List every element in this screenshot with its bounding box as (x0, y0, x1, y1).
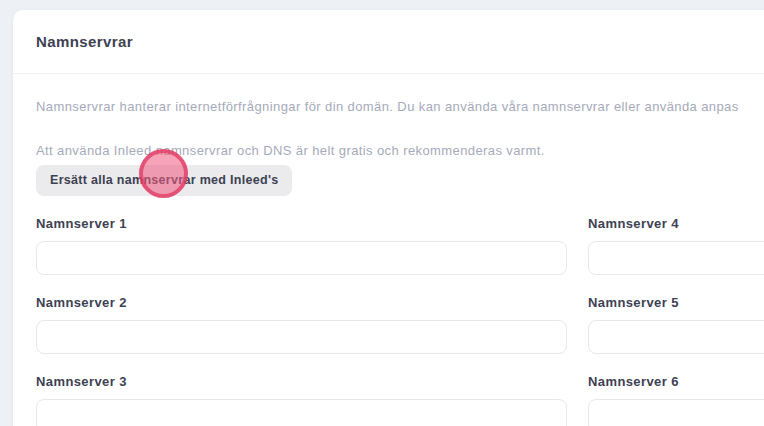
nameserver-1-label: Namnserver 1 (36, 215, 567, 232)
nameserver-5-input[interactable] (588, 320, 764, 354)
nameserver-5-field: Namnserver 5 (588, 294, 764, 354)
page-title: Namnservrar (36, 31, 764, 53)
nameserver-3-field: Namnserver 3 (36, 373, 567, 426)
replace-all-nameservers-button[interactable]: Ersätt alla namnservrar med Inleed's (36, 165, 292, 196)
nameserver-1-field: Namnserver 1 (36, 215, 567, 275)
nameserver-6-label: Namnserver 6 (588, 373, 764, 390)
nameservers-description: Namnservrar hanterar internetförfrågning… (36, 98, 764, 116)
nameserver-4-label: Namnserver 4 (588, 215, 764, 232)
nameserver-6-input[interactable] (588, 399, 764, 426)
nameserver-2-label: Namnserver 2 (36, 294, 567, 311)
card-body: Namnservrar hanterar internetförfrågning… (13, 74, 764, 426)
nameserver-2-input[interactable] (36, 320, 567, 354)
nameservers-card: Namnservrar Namnservrar hanterar interne… (13, 10, 764, 426)
nameserver-3-input[interactable] (36, 399, 567, 426)
nameserver-2-field: Namnserver 2 (36, 294, 567, 354)
nameservers-free-note: Att använda Inleed namnservrar och DNS ä… (36, 142, 764, 160)
nameserver-1-input[interactable] (36, 241, 567, 275)
nameserver-4-input[interactable] (588, 241, 764, 275)
nameserver-4-field: Namnserver 4 (588, 215, 764, 275)
nameserver-6-field: Namnserver 6 (588, 373, 764, 426)
nameserver-form: Namnserver 1 Namnserver 4 Namnserver 2 N… (36, 215, 764, 426)
nameserver-5-label: Namnserver 5 (588, 294, 764, 311)
nameserver-3-label: Namnserver 3 (36, 373, 567, 390)
card-header: Namnservrar (13, 10, 764, 74)
